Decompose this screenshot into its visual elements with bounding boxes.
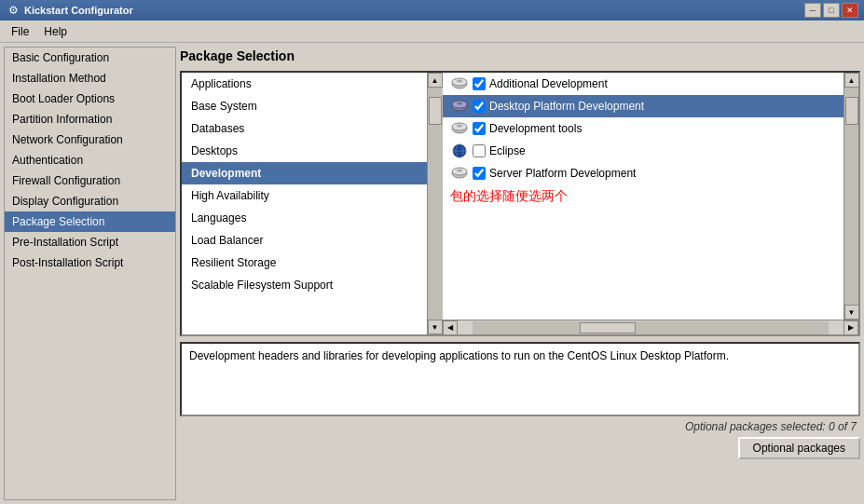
sidebar-item-bootloader[interactable]: Boot Loader Options — [5, 89, 175, 109]
cat-highavail[interactable]: High Availability — [182, 184, 427, 207]
page-title: Package Selection — [180, 47, 860, 65]
maximize-button[interactable]: □ — [823, 3, 840, 18]
sidebar-item-package[interactable]: Package Selection — [5, 211, 175, 232]
menubar: File Help — [0, 20, 864, 43]
window-title: Kickstart Configurator — [24, 5, 804, 16]
pkg-additional-dev[interactable]: Additional Development — [443, 73, 843, 95]
pkg-dev-tools-label: Development tools — [489, 122, 582, 135]
sidebar-item-authentication[interactable]: Authentication — [5, 150, 175, 170]
scroll-down-arrow[interactable]: ▼ — [428, 320, 443, 334]
pkg-dev-tools-checkbox[interactable] — [473, 122, 486, 135]
pkg-scroll-down[interactable]: ▼ — [844, 305, 859, 320]
category-list-container: Applications Base System Databases Deskt… — [182, 73, 443, 334]
sidebar-item-network[interactable]: Network Configuration — [5, 129, 175, 150]
cat-development[interactable]: Development — [182, 162, 427, 184]
disk-icon-additional — [450, 76, 469, 91]
pkg-eclipse[interactable]: Eclipse — [443, 140, 843, 162]
h-scroll-right[interactable]: ▶ — [843, 320, 858, 335]
pkg-additional-dev-label: Additional Development — [489, 77, 608, 90]
cat-desktops[interactable]: Desktops — [182, 140, 427, 162]
cat-loadbalancer[interactable]: Load Balancer — [182, 229, 427, 252]
cat-scalable[interactable]: Scalable Filesystem Support — [182, 274, 427, 296]
pkg-desktop-platform[interactable]: Desktop Platform Development — [443, 95, 843, 117]
h-scroll-left[interactable]: ◀ — [443, 320, 458, 335]
cat-resilient[interactable]: Resilient Storage — [182, 252, 427, 274]
optional-packages-button[interactable]: Optional packages — [738, 437, 860, 459]
menu-help[interactable]: Help — [36, 23, 75, 40]
scroll-thumb[interactable] — [429, 97, 442, 125]
annotation-text: 包的选择随便选两个 — [443, 184, 843, 209]
globe-icon-eclipse — [450, 143, 469, 158]
sidebar-item-firewall[interactable]: Firewall Configuration — [5, 170, 175, 191]
description-area: Development headers and libraries for de… — [180, 342, 860, 459]
sidebar-item-basic[interactable]: Basic Configuration — [5, 48, 175, 68]
package-list-scroll: Additional Development — [443, 73, 858, 320]
pkg-dev-tools[interactable]: Development tools — [443, 117, 843, 140]
sidebar-item-partition[interactable]: Partition Information — [5, 109, 175, 129]
svg-point-5 — [457, 102, 462, 105]
sidebar-item-installation[interactable]: Installation Method — [5, 68, 175, 89]
sidebar: Basic Configuration Installation Method … — [4, 47, 176, 500]
disk-icon-server — [450, 166, 469, 181]
cat-basesystem[interactable]: Base System — [182, 95, 427, 117]
pkg-eclipse-label: Eclipse — [489, 144, 526, 157]
disk-icon-devtools — [450, 121, 469, 136]
pkg-desktop-platform-checkbox[interactable] — [473, 100, 486, 113]
pkg-additional-dev-checkbox[interactable] — [473, 77, 486, 90]
pkg-desktop-platform-label: Desktop Platform Development — [489, 100, 644, 113]
titlebar: ⚙ Kickstart Configurator ─ □ ✕ — [0, 0, 864, 20]
svg-point-15 — [457, 170, 462, 172]
pkg-server-platform-checkbox[interactable] — [473, 167, 486, 180]
window-controls: ─ □ ✕ — [804, 3, 858, 18]
optional-status: Optional packages selected: 0 of 7 — [180, 420, 860, 433]
description-box: Development headers and libraries for de… — [180, 342, 860, 416]
h-scroll-track — [473, 321, 829, 334]
svg-point-8 — [457, 125, 462, 128]
window-content: Basic Configuration Installation Method … — [0, 43, 864, 504]
sidebar-item-postinstall[interactable]: Post-Installation Script — [5, 252, 175, 273]
scroll-up-arrow[interactable]: ▲ — [428, 73, 443, 88]
pkg-server-platform[interactable]: Server Platform Development — [443, 162, 843, 184]
package-scrollbar[interactable]: ▲ ▼ — [843, 73, 858, 320]
svg-point-2 — [457, 80, 462, 83]
close-button[interactable]: ✕ — [842, 3, 858, 18]
category-list: Applications Base System Databases Deskt… — [182, 73, 427, 334]
cat-databases[interactable]: Databases — [182, 117, 427, 140]
optional-btn-row: Optional packages — [180, 437, 860, 459]
pkg-scroll-thumb[interactable] — [845, 97, 858, 125]
h-scrollbar[interactable]: ◀ ▶ — [443, 320, 858, 334]
pkg-server-platform-label: Server Platform Development — [489, 167, 636, 180]
category-scrollbar[interactable]: ▲ ▼ — [427, 73, 442, 334]
description-text: Development headers and libraries for de… — [189, 349, 729, 362]
pkg-scroll-track — [844, 88, 859, 305]
h-scroll-thumb[interactable] — [580, 322, 636, 334]
pkg-scroll-up[interactable]: ▲ — [844, 73, 859, 88]
package-list: Additional Development — [443, 73, 843, 320]
scroll-track — [428, 88, 443, 320]
sidebar-item-preinstall[interactable]: Pre-Installation Script — [5, 232, 175, 252]
pkg-eclipse-checkbox[interactable] — [473, 144, 486, 157]
disk-icon-desktop — [450, 99, 469, 114]
package-list-panel: Additional Development — [443, 73, 858, 334]
cat-applications[interactable]: Applications — [182, 73, 427, 95]
cat-languages[interactable]: Languages — [182, 207, 427, 229]
app-icon: ⚙ — [6, 3, 21, 18]
main-panel: Package Selection Applications Base Syst… — [180, 47, 860, 500]
package-section: Applications Base System Databases Deskt… — [180, 71, 860, 336]
menu-file[interactable]: File — [4, 23, 36, 40]
sidebar-item-display[interactable]: Display Configuration — [5, 191, 175, 211]
minimize-button[interactable]: ─ — [804, 3, 821, 18]
